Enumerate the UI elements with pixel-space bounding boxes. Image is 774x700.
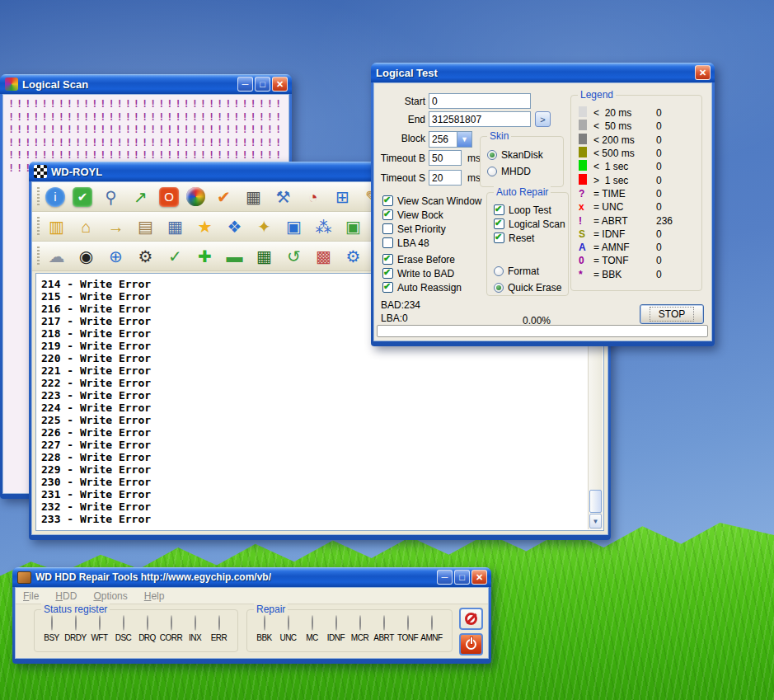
close-icon[interactable]: ✕ <box>272 77 288 92</box>
auto-repair-option[interactable]: Loop Test <box>494 203 568 217</box>
checkbox-icon[interactable] <box>494 204 504 215</box>
logical-scan-titlebar[interactable]: Logical Scan ─ □ ✕ <box>0 74 292 94</box>
gauge-icon[interactable]: ◔ <box>302 186 324 208</box>
run-icon[interactable]: ↗ <box>129 186 152 208</box>
checkbox-icon[interactable] <box>494 233 504 243</box>
gear-dark-icon[interactable]: ⚙ <box>134 245 157 267</box>
log-row[interactable]: 225 - Write Error <box>41 414 603 426</box>
menu-item-file[interactable]: File <box>23 590 39 602</box>
write-option[interactable]: Erase Before <box>382 252 462 266</box>
database-check-icon[interactable]: ▥ <box>45 215 68 237</box>
start-input[interactable] <box>429 93 531 109</box>
log-row[interactable]: 223 - Write Error <box>41 389 603 402</box>
log-row[interactable]: 231 - Write Error <box>41 488 603 500</box>
box-forward-icon[interactable]: → <box>105 215 127 237</box>
close-icon[interactable]: ✕ <box>471 570 487 585</box>
mute-icon[interactable]: ◉ <box>75 245 97 267</box>
blocks-icon[interactable]: ▩ <box>312 245 335 267</box>
scrollbar-thumb[interactable] <box>589 490 602 513</box>
checkbox-icon[interactable] <box>382 209 393 220</box>
checkbox-icon[interactable] <box>382 237 393 248</box>
scan-option[interactable]: View Scan Window <box>382 194 482 208</box>
scan-option[interactable]: LBA 48 <box>382 236 482 250</box>
checkbox-icon[interactable] <box>382 223 393 234</box>
storm-icon[interactable]: ☁ <box>45 245 68 267</box>
timeout-b-input[interactable] <box>429 150 462 166</box>
skin-option[interactable]: SkanDisk <box>487 147 563 163</box>
chip-icon[interactable]: ▦ <box>242 186 265 208</box>
drive-add-icon[interactable]: ✚ <box>194 245 216 267</box>
maximize-icon[interactable]: □ <box>454 570 470 585</box>
log-row[interactable]: 224 - Write Error <box>41 402 603 414</box>
pin-blue-icon[interactable]: ❖ <box>223 215 246 237</box>
abort-button[interactable] <box>459 608 483 630</box>
spheres-icon[interactable]: ⁂ <box>312 215 335 237</box>
log-row[interactable]: 229 - Write Error <box>41 463 603 476</box>
block-combobox[interactable]: 256 ▼ <box>429 131 472 148</box>
checkbox-icon[interactable] <box>382 268 393 279</box>
power-button[interactable] <box>459 633 483 655</box>
erase-mode-option[interactable]: Quick Erase <box>494 280 568 296</box>
check-icon[interactable]: ✔ <box>213 186 235 208</box>
checkbox-icon[interactable] <box>494 218 504 229</box>
radio-icon[interactable] <box>494 266 504 276</box>
log-row[interactable]: 221 - Write Error <box>41 364 603 377</box>
auto-repair-option[interactable]: Reset <box>494 231 568 245</box>
stop-button[interactable]: STOP <box>640 304 704 324</box>
tree-add-icon[interactable]: ⊞ <box>331 186 354 208</box>
log-row[interactable]: 227 - Write Error <box>41 439 603 451</box>
lock-gold-icon[interactable]: ✦ <box>253 215 275 237</box>
log-row[interactable]: 233 - Write Error <box>41 513 603 525</box>
toolbar-grip[interactable] <box>37 187 40 207</box>
repair-tools-titlebar[interactable]: WD HDD Repair Tools http://www.egychip.c… <box>12 567 491 587</box>
network-drive-icon[interactable]: ▬ <box>223 245 246 267</box>
computer-check-icon[interactable]: ▣ <box>283 215 305 237</box>
write-option[interactable]: Write to BAD <box>382 266 462 280</box>
list-columns-icon[interactable]: ▦ <box>164 215 186 237</box>
minimize-icon[interactable]: ─ <box>237 77 253 92</box>
radio-icon[interactable] <box>494 283 504 293</box>
skin-option[interactable]: MHDD <box>487 163 563 180</box>
log-row[interactable]: 230 - Write Error <box>41 476 603 488</box>
checkbox-icon[interactable] <box>382 254 393 265</box>
terminal-icon[interactable]: ▦ <box>253 245 275 267</box>
close-icon[interactable]: ✕ <box>695 65 711 80</box>
scan-option[interactable]: View Bock <box>382 208 482 222</box>
log-row[interactable]: 220 - Write Error <box>41 352 603 364</box>
file-check-icon[interactable]: ✓ <box>164 245 186 267</box>
checkbox-icon[interactable] <box>382 282 393 293</box>
scroll-down-icon[interactable]: ▼ <box>589 514 602 529</box>
folder-home-icon[interactable]: ⌂ <box>75 215 97 237</box>
end-input[interactable] <box>429 111 531 127</box>
toolbar-grip[interactable] <box>37 247 40 266</box>
star-icon[interactable]: ★ <box>194 215 216 237</box>
shield-check-icon[interactable]: ✔ <box>73 187 92 207</box>
log-row[interactable]: 226 - Write Error <box>41 426 603 439</box>
log-row[interactable]: 232 - Write Error <box>41 500 603 513</box>
menu-item-help[interactable]: Help <box>144 590 165 602</box>
logical-test-titlebar[interactable]: Logical Test ✕ <box>371 63 715 82</box>
window-tools-icon[interactable]: ⚒ <box>272 186 294 208</box>
minimize-icon[interactable]: ─ <box>437 570 453 585</box>
expand-end-button[interactable]: > <box>535 111 551 127</box>
image-window-icon[interactable]: ▣ <box>342 215 364 237</box>
scan-option[interactable]: Set Priority <box>382 222 482 236</box>
checkbox-icon[interactable] <box>382 195 393 206</box>
power-icon[interactable]: O <box>159 187 179 207</box>
radio-icon[interactable] <box>487 150 497 160</box>
menu-item-hdd[interactable]: HDD <box>55 590 77 602</box>
menu-item-options[interactable]: Options <box>93 590 127 602</box>
maximize-icon[interactable]: □ <box>255 77 270 92</box>
write-option[interactable]: Auto Reassign <box>382 280 462 294</box>
search-user-icon[interactable]: ⚲ <box>100 186 122 208</box>
chevron-down-icon[interactable]: ▼ <box>457 132 471 147</box>
clipboard-icon[interactable]: ▤ <box>134 215 157 237</box>
color-sphere-icon[interactable] <box>186 187 205 206</box>
history-icon[interactable]: ↺ <box>283 245 305 267</box>
info-icon[interactable]: i <box>45 187 65 207</box>
timeout-s-input[interactable] <box>429 170 462 186</box>
radio-icon[interactable] <box>487 167 497 176</box>
toolbar-grip[interactable] <box>37 217 40 237</box>
globe-arrow-icon[interactable]: ⊕ <box>105 245 127 267</box>
erase-mode-option[interactable]: Format <box>494 263 568 280</box>
